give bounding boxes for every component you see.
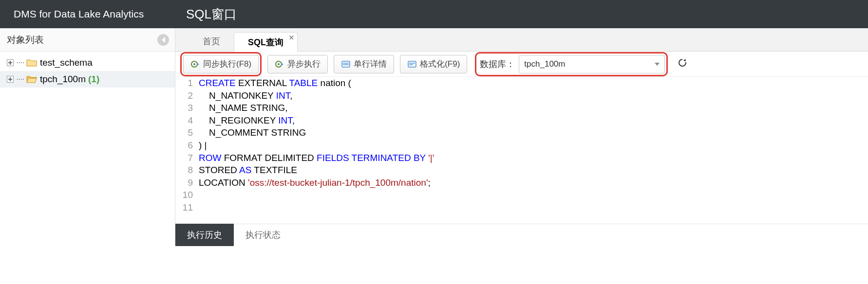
chevron-down-icon bbox=[655, 63, 660, 66]
code-line[interactable]: N_NAME STRING, bbox=[199, 102, 434, 114]
code-line[interactable] bbox=[199, 201, 434, 214]
line-number: 7 bbox=[175, 152, 193, 164]
sidebar-collapse-icon[interactable] bbox=[157, 34, 169, 46]
app-brand: DMS for Data Lake Analytics bbox=[0, 8, 175, 20]
result-tabs: 执行历史执行状态 bbox=[175, 224, 868, 246]
editor-tab[interactable]: SQL查询✕ bbox=[234, 32, 298, 52]
tree-item-label: test_schema bbox=[40, 57, 93, 68]
async-run-button[interactable]: 异步执行 bbox=[267, 55, 328, 73]
result-tab[interactable]: 执行历史 bbox=[175, 224, 234, 246]
db-select-value: tpch_100m bbox=[524, 59, 565, 69]
tree-item-count: (1) bbox=[88, 74, 99, 85]
sidebar: 对象列表 test_schematpch_100m(1) bbox=[0, 28, 175, 246]
db-select[interactable]: tpch_100m bbox=[519, 55, 665, 73]
code-line[interactable]: ) | bbox=[199, 139, 434, 152]
sync-run-button[interactable]: 同步执行(F8) bbox=[183, 55, 259, 73]
line-number: 6 bbox=[175, 139, 193, 152]
refresh-button[interactable] bbox=[678, 58, 687, 70]
line-number: 3 bbox=[175, 102, 193, 114]
editor-tab[interactable]: 首页 bbox=[189, 32, 234, 51]
sidebar-header: 对象列表 bbox=[0, 28, 175, 52]
sidebar-title: 对象列表 bbox=[7, 34, 44, 46]
db-label: 数据库： bbox=[480, 58, 515, 70]
page-title: SQL窗口 bbox=[175, 6, 237, 23]
svg-rect-7 bbox=[408, 61, 416, 67]
folder-open-icon bbox=[26, 75, 37, 84]
tree-item-label: tpch_100m bbox=[40, 74, 86, 85]
close-icon[interactable]: ✕ bbox=[289, 35, 294, 41]
code-line[interactable]: ROW FORMAT DELIMITED FIELDS TERMINATED B… bbox=[199, 152, 434, 164]
sync-run-label: 同步执行(F8) bbox=[203, 58, 251, 70]
refresh-icon bbox=[678, 59, 687, 70]
code-line[interactable]: N_REGIONKEY INT, bbox=[199, 114, 434, 127]
tab-label: 首页 bbox=[203, 36, 220, 47]
list-icon bbox=[341, 59, 351, 69]
line-number: 8 bbox=[175, 164, 193, 177]
code-area[interactable]: CREATE EXTERNAL TABLE nation ( N_NATIONK… bbox=[196, 77, 434, 214]
code-line[interactable]: STORED AS TEXTFILE bbox=[199, 164, 434, 177]
highlight-db-select: 数据库： tpch_100m bbox=[475, 52, 668, 76]
editor-tabs: 首页SQL查询✕ bbox=[175, 28, 868, 52]
row-detail-button[interactable]: 单行详情 bbox=[334, 55, 394, 73]
main-area: 首页SQL查询✕ 同步执行(F8) 异步执行 bbox=[175, 28, 868, 246]
format-icon bbox=[407, 59, 417, 69]
line-number: 11 bbox=[175, 201, 193, 214]
code-line[interactable]: CREATE EXTERNAL TABLE nation ( bbox=[199, 77, 434, 89]
tree-item[interactable]: test_schema bbox=[0, 54, 175, 71]
toolbar: 同步执行(F8) 异步执行 单行详情 格式化(F9) bbox=[175, 52, 868, 77]
expand-icon[interactable] bbox=[7, 59, 14, 66]
sql-editor[interactable]: 1234567891011 CREATE EXTERNAL TABLE nati… bbox=[175, 77, 868, 214]
object-tree: test_schematpch_100m(1) bbox=[0, 52, 175, 90]
line-number: 1 bbox=[175, 77, 193, 89]
tab-label: SQL查询 bbox=[248, 36, 283, 48]
code-line[interactable]: N_NATIONKEY INT, bbox=[199, 89, 434, 102]
svg-rect-4 bbox=[342, 61, 350, 67]
line-number: 5 bbox=[175, 126, 193, 139]
result-tab[interactable]: 执行状态 bbox=[234, 224, 292, 246]
svg-point-3 bbox=[278, 63, 280, 65]
line-number: 2 bbox=[175, 89, 193, 102]
tree-connector bbox=[17, 62, 24, 63]
highlight-sync-run: 同步执行(F8) bbox=[180, 52, 262, 76]
code-line[interactable] bbox=[199, 189, 434, 201]
line-gutter: 1234567891011 bbox=[175, 77, 196, 214]
folder-icon bbox=[26, 58, 37, 67]
code-line[interactable]: LOCATION 'oss://test-bucket-julian-1/tpc… bbox=[199, 177, 434, 189]
svg-point-1 bbox=[193, 63, 195, 65]
gear-run-icon bbox=[190, 59, 200, 69]
line-number: 10 bbox=[175, 189, 193, 201]
row-detail-label: 单行详情 bbox=[354, 58, 387, 70]
async-run-label: 异步执行 bbox=[287, 58, 321, 70]
format-label: 格式化(F9) bbox=[420, 58, 460, 70]
gear-run-icon bbox=[275, 59, 284, 69]
header-bar: DMS for Data Lake Analytics SQL窗口 bbox=[0, 0, 868, 28]
expand-icon[interactable] bbox=[7, 76, 14, 83]
format-button[interactable]: 格式化(F9) bbox=[400, 55, 467, 73]
line-number: 9 bbox=[175, 177, 193, 189]
code-line[interactable]: N_COMMENT STRING bbox=[199, 126, 434, 139]
line-number: 4 bbox=[175, 114, 193, 127]
tree-connector bbox=[17, 79, 24, 80]
tree-item[interactable]: tpch_100m(1) bbox=[0, 71, 175, 88]
